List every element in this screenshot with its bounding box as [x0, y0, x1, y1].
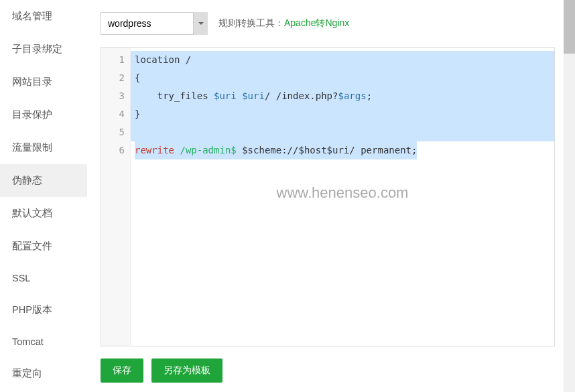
sidebar-item-dirprotect[interactable]: 目录保护 [0, 99, 87, 131]
sidebar-item-rewrite[interactable]: 伪静态 [0, 164, 87, 197]
sidebar-item-domain[interactable]: 域名管理 [0, 0, 87, 33]
code-editor[interactable]: 1 2 3 4 5 6 location / { try_files $uri … [101, 47, 555, 346]
save-as-template-button[interactable]: 另存为模板 [151, 358, 222, 383]
scrollbar-thumb[interactable] [564, 0, 575, 54]
sidebar-item-default-doc[interactable]: 默认文档 [0, 197, 87, 230]
sidebar-item-subdir[interactable]: 子目录绑定 [0, 33, 87, 66]
sidebar: 域名管理 子目录绑定 网站目录 目录保护 流量限制 伪静态 默认文档 配置文件 … [0, 0, 87, 392]
code-line [131, 123, 554, 141]
sidebar-item-redirect[interactable]: 重定向 [0, 357, 87, 390]
code-line: rewrite /wp-admin$ $scheme://$host$uri/ … [131, 141, 554, 159]
code-line: try_files $uri $uri/ /index.php?$args; [131, 87, 554, 105]
code-line: location / [131, 51, 554, 69]
scrollbar-track[interactable] [564, 0, 575, 392]
code-area[interactable]: location / { try_files $uri $uri/ /index… [131, 48, 554, 346]
code-line: { [131, 69, 554, 87]
template-select-wrap: wordpress [101, 12, 208, 35]
gutter: 1 2 3 4 5 6 [101, 48, 131, 346]
sidebar-item-traffic[interactable]: 流量限制 [0, 131, 87, 164]
sidebar-item-config[interactable]: 配置文件 [0, 230, 87, 263]
watermark: www.henenseo.com [277, 184, 409, 202]
toolbar: wordpress 规则转换工具：Apache转Nginx [101, 12, 555, 35]
main-panel: wordpress 规则转换工具：Apache转Nginx 1 2 3 4 5 … [87, 0, 575, 392]
save-button[interactable]: 保存 [101, 358, 143, 383]
template-select[interactable]: wordpress [101, 12, 208, 35]
code-line: } [131, 105, 554, 123]
sidebar-item-php[interactable]: PHP版本 [0, 293, 87, 326]
toolbar-label-group: 规则转换工具：Apache转Nginx [218, 17, 349, 29]
line-number: 6 [101, 141, 130, 159]
line-number: 3 [101, 87, 130, 105]
sidebar-item-webdir[interactable]: 网站目录 [0, 66, 87, 99]
line-number: 2 [101, 69, 130, 87]
convert-label: 规则转换工具： [218, 17, 284, 28]
sidebar-item-tomcat[interactable]: Tomcat [0, 326, 87, 357]
actions: 保存 另存为模板 [101, 358, 555, 383]
line-number: 5 [101, 123, 130, 141]
line-number: 4 [101, 105, 130, 123]
sidebar-item-ssl[interactable]: SSL [0, 263, 87, 293]
line-number: 1 [101, 51, 130, 69]
convert-link[interactable]: Apache转Nginx [284, 17, 349, 28]
